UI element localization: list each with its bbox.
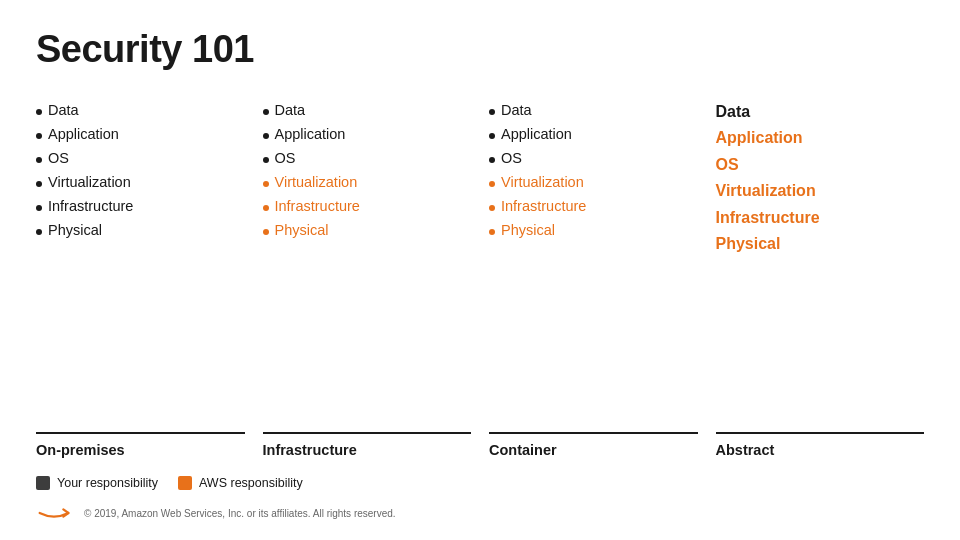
legend-item-your-responsibility: Your responsibility (36, 476, 158, 490)
bullet-icon (263, 133, 269, 139)
column-label: Container (489, 442, 698, 458)
page: Security 101 Data Application OS Virtual… (0, 0, 960, 540)
bullet-icon (489, 205, 495, 211)
list-item: Infrastructure (263, 195, 472, 219)
bullet-icon (489, 133, 495, 139)
abstract-list: Data Application OS Virtualization Infra… (716, 99, 925, 424)
list-item: Virtualization (716, 178, 925, 204)
bullet-icon (36, 133, 42, 139)
legend-color-dark (36, 476, 50, 490)
list-item: OS (489, 147, 698, 171)
list-item: OS (36, 147, 245, 171)
bullet-icon (263, 109, 269, 115)
list-item: Data (36, 99, 245, 123)
list-item: OS (716, 152, 925, 178)
column-infrastructure: Data Application OS Virtualization Infra… (263, 99, 490, 458)
column-abstract: Data Application OS Virtualization Infra… (716, 99, 925, 458)
bullet-icon (263, 229, 269, 235)
list-item: Data (263, 99, 472, 123)
columns-container: Data Application OS Virtualization Infra… (36, 99, 924, 458)
column-label: On-premises (36, 442, 245, 458)
list-item: Physical (489, 219, 698, 243)
legend: Your responsibility AWS responsibility (36, 476, 924, 490)
page-title: Security 101 (36, 28, 924, 71)
list-item: Physical (716, 231, 925, 257)
bullet-icon (263, 157, 269, 163)
bullet-icon (489, 181, 495, 187)
bullet-icon (263, 181, 269, 187)
column-label: Abstract (716, 442, 925, 458)
column-divider (716, 432, 925, 434)
copyright-text: © 2019, Amazon Web Services, Inc. or its… (84, 508, 396, 519)
column-container: Data Application OS Virtualization Infra… (489, 99, 716, 458)
list-item: Data (716, 99, 925, 125)
list-item: Application (716, 125, 925, 151)
list-item: Physical (263, 219, 472, 243)
footer: © 2019, Amazon Web Services, Inc. or its… (36, 502, 924, 524)
bullet-icon (489, 157, 495, 163)
column-label: Infrastructure (263, 442, 472, 458)
column-on-premises: Data Application OS Virtualization Infra… (36, 99, 263, 458)
list-item: Infrastructure (489, 195, 698, 219)
list-item: Virtualization (263, 171, 472, 195)
bullet-icon (36, 205, 42, 211)
container-list: Data Application OS Virtualization Infra… (489, 99, 698, 424)
amazon-logo-icon (36, 502, 72, 524)
list-item: OS (263, 147, 472, 171)
bullet-icon (489, 229, 495, 235)
list-item: Infrastructure (716, 205, 925, 231)
on-premises-list: Data Application OS Virtualization Infra… (36, 99, 245, 424)
list-item: Virtualization (489, 171, 698, 195)
legend-label-your: Your responsibility (57, 476, 158, 490)
bullet-icon (36, 181, 42, 187)
column-divider (489, 432, 698, 434)
bullet-icon (36, 229, 42, 235)
list-item: Application (36, 123, 245, 147)
list-item: Application (489, 123, 698, 147)
column-divider (36, 432, 245, 434)
list-item: Infrastructure (36, 195, 245, 219)
legend-label-aws: AWS responsibility (199, 476, 303, 490)
infrastructure-list: Data Application OS Virtualization Infra… (263, 99, 472, 424)
bullet-icon (263, 205, 269, 211)
list-item: Application (263, 123, 472, 147)
list-item: Data (489, 99, 698, 123)
bullet-icon (36, 109, 42, 115)
bullet-icon (489, 109, 495, 115)
bullet-icon (36, 157, 42, 163)
column-divider (263, 432, 472, 434)
legend-item-aws-responsibility: AWS responsibility (178, 476, 303, 490)
list-item: Physical (36, 219, 245, 243)
legend-color-orange (178, 476, 192, 490)
list-item: Virtualization (36, 171, 245, 195)
